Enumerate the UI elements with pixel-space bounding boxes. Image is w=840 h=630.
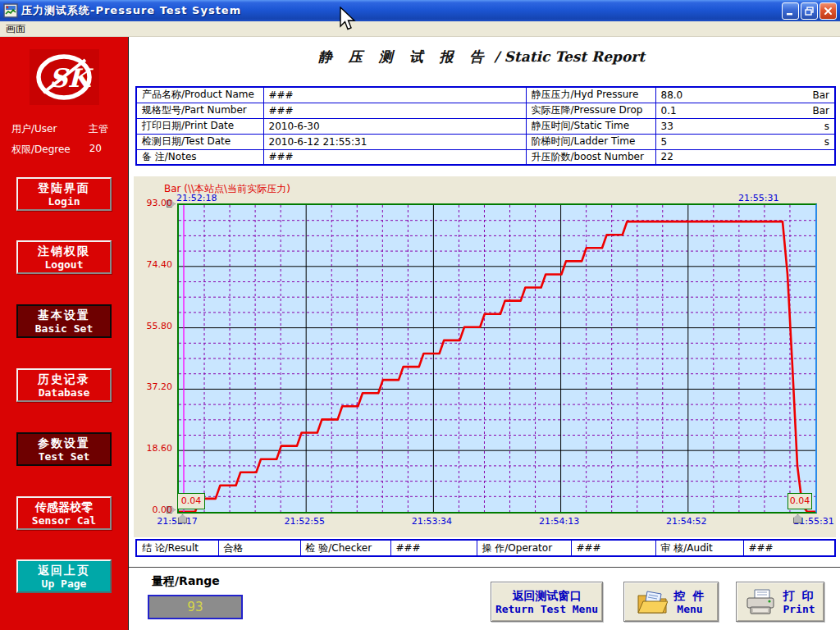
chart-panel: Bar (\\本站点\当前实际压力) 21:52:18 21:55:31 93.… bbox=[134, 176, 836, 537]
degree-label: 权限/Degree bbox=[11, 143, 71, 157]
return-button-label-zh: 返回测试窗口 bbox=[495, 588, 598, 603]
sensor-cal-label-en: Sensor Cal bbox=[18, 514, 110, 527]
y-tick-label: 93.00 bbox=[135, 198, 172, 208]
y-tick-label: 37.20 bbox=[135, 381, 172, 392]
left-cursor-value[interactable]: 0.04 bbox=[177, 493, 205, 509]
info-left-label: 规格型号/Part Number bbox=[136, 103, 263, 118]
info-right-value: 22 bbox=[655, 149, 835, 165]
menu-button-label-en: Menu bbox=[674, 603, 706, 616]
result-cell: 检 验/Checker bbox=[300, 540, 390, 556]
return-test-menu-button[interactable]: 返回测试窗口 Return Test Menu bbox=[491, 582, 603, 622]
info-unit: s bbox=[824, 136, 829, 148]
result-cell: 操 作/Operator bbox=[477, 540, 571, 556]
basic-set-label-zh: 基本设置 bbox=[18, 308, 110, 322]
folder-icon bbox=[637, 588, 668, 616]
up-page-label-zh: 返回上页 bbox=[18, 564, 110, 578]
result-cell: ### bbox=[571, 540, 655, 556]
pressure-plot bbox=[177, 203, 817, 514]
result-cell: 审 核/Audit bbox=[655, 540, 743, 556]
database-label-zh: 历史记录 bbox=[18, 372, 110, 386]
login-label-en: Login bbox=[18, 195, 110, 208]
range-value-display: 93 bbox=[148, 595, 243, 619]
menu-bar: 画面 bbox=[0, 21, 840, 37]
restore-icon bbox=[804, 6, 815, 16]
test-set-label-zh: 参数设置 bbox=[18, 436, 110, 450]
report-title-zh: 静 压 测 试 报 告 bbox=[318, 48, 490, 65]
info-right-value: 0.1Bar bbox=[655, 103, 835, 118]
info-unit: Bar bbox=[812, 105, 829, 116]
info-right-value: 5s bbox=[655, 134, 835, 149]
sk-logo: SK bbox=[30, 49, 99, 105]
x-tick-label: 21:52:55 bbox=[276, 516, 333, 527]
result-table: 结 论/Result合格检 验/Checker###操 作/Operator##… bbox=[135, 539, 836, 557]
sidebar-button-up-page[interactable]: 返回上页 Up Page bbox=[16, 559, 112, 593]
pressure-curve bbox=[179, 205, 815, 512]
y-tick-label: 0.00 bbox=[135, 504, 172, 515]
info-row: 打印日期/Print Date2010-6-30静压时间/Static Time… bbox=[136, 118, 835, 134]
info-right-label: 阶梯时间/Ladder Time bbox=[526, 134, 655, 149]
info-left-value: 2010-6-30 bbox=[263, 118, 526, 134]
report-title: 静 压 测 试 报 告 / Static Test Report bbox=[129, 48, 834, 66]
sidebar-button-basic-set[interactable]: 基本设置 Basic Set bbox=[16, 304, 112, 338]
sensor-cal-label-zh: 传感器校零 bbox=[18, 500, 110, 514]
logout-label-en: Logout bbox=[18, 258, 110, 272]
chart-start-time: 21:52:18 bbox=[176, 193, 217, 203]
restore-button[interactable] bbox=[801, 2, 818, 20]
info-left-label: 打印日期/Print Date bbox=[136, 118, 263, 134]
info-left-label: 检测日期/Test Date bbox=[136, 134, 263, 149]
info-left-value: ### bbox=[263, 103, 526, 118]
info-left-label: 产品名称/Product Name bbox=[136, 87, 263, 103]
menu-button-label-zh: 控 件 bbox=[674, 588, 706, 603]
degree-value: 20 bbox=[89, 143, 102, 157]
title-bar: 压力测试系统-Pressure Test System bbox=[0, 0, 840, 21]
y-tick-label: 74.40 bbox=[135, 259, 172, 270]
close-icon bbox=[823, 6, 833, 16]
logout-label-zh: 注销权限 bbox=[18, 244, 110, 258]
database-label-en: Database bbox=[18, 386, 110, 399]
result-cell: ### bbox=[390, 540, 477, 556]
print-button-label-zh: 打 印 bbox=[783, 588, 815, 603]
x-tick-label: 21:54:52 bbox=[658, 516, 715, 527]
pressure-test-system-window: { "window": { "title": "压力测试系统-Pressure … bbox=[0, 0, 840, 630]
info-row: 备 注/Notes###升压阶数/boost Number22 bbox=[136, 149, 835, 165]
result-cell: 结 论/Result bbox=[136, 540, 218, 556]
info-right-label: 实际压降/Pressure Drop bbox=[526, 103, 655, 118]
controls-menu-button[interactable]: 控 件 Menu bbox=[623, 582, 719, 622]
info-left-value: 2010-6-12 21:55:31 bbox=[263, 134, 526, 149]
footer-divider bbox=[129, 567, 840, 568]
window-title: 压力测试系统-Pressure Test System bbox=[21, 3, 241, 18]
sidebar-button-logout[interactable]: 注销权限 Logout bbox=[16, 240, 112, 274]
right-cursor-value[interactable]: 0.04 bbox=[788, 493, 812, 509]
menu-item-screen[interactable]: 画面 bbox=[0, 21, 31, 37]
info-right-value: 88.0Bar bbox=[655, 87, 835, 103]
sidebar-button-sensor-cal[interactable]: 传感器校零 Sensor Cal bbox=[16, 496, 112, 530]
info-right-value: 33s bbox=[655, 118, 835, 134]
info-unit: s bbox=[824, 121, 829, 132]
svg-text:SK: SK bbox=[49, 63, 94, 93]
result-cell: 合格 bbox=[218, 540, 300, 556]
info-right-label: 静压压力/Hyd Pressure bbox=[526, 87, 655, 103]
info-left-value: ### bbox=[263, 149, 526, 165]
y-tick-label: 55.80 bbox=[135, 321, 172, 331]
info-unit: Bar bbox=[812, 89, 829, 101]
info-left-value: ### bbox=[263, 87, 526, 103]
info-row: 检测日期/Test Date2010-6-12 21:55:31阶梯时间/Lad… bbox=[136, 134, 835, 149]
basic-set-label-en: Basic Set bbox=[18, 322, 110, 336]
degree-row: 权限/Degree 20 bbox=[11, 143, 118, 157]
sidebar-button-database[interactable]: 历史记录 Database bbox=[16, 368, 112, 402]
x-tick-label: 21:54:13 bbox=[531, 516, 588, 527]
sidebar-button-test-set[interactable]: 参数设置 Test Set bbox=[16, 432, 112, 466]
print-button[interactable]: 打 印 Print bbox=[736, 582, 824, 622]
user-label: 用户/User bbox=[11, 122, 57, 136]
minimize-button[interactable] bbox=[782, 2, 799, 20]
info-right-label: 升压阶数/boost Number bbox=[526, 149, 655, 165]
app-icon bbox=[3, 3, 18, 18]
sidebar-button-login[interactable]: 登陆界面 Login bbox=[16, 177, 112, 211]
x-tick-label: 21:53:34 bbox=[403, 516, 460, 527]
close-button[interactable] bbox=[819, 2, 837, 20]
result-cell: ### bbox=[743, 540, 835, 556]
info-row: 产品名称/Product Name###静压压力/Hyd Pressure88.… bbox=[136, 87, 835, 103]
return-button-label-en: Return Test Menu bbox=[495, 603, 598, 616]
test-set-label-en: Test Set bbox=[18, 450, 110, 463]
info-right-label: 静压时间/Static Time bbox=[526, 118, 655, 134]
